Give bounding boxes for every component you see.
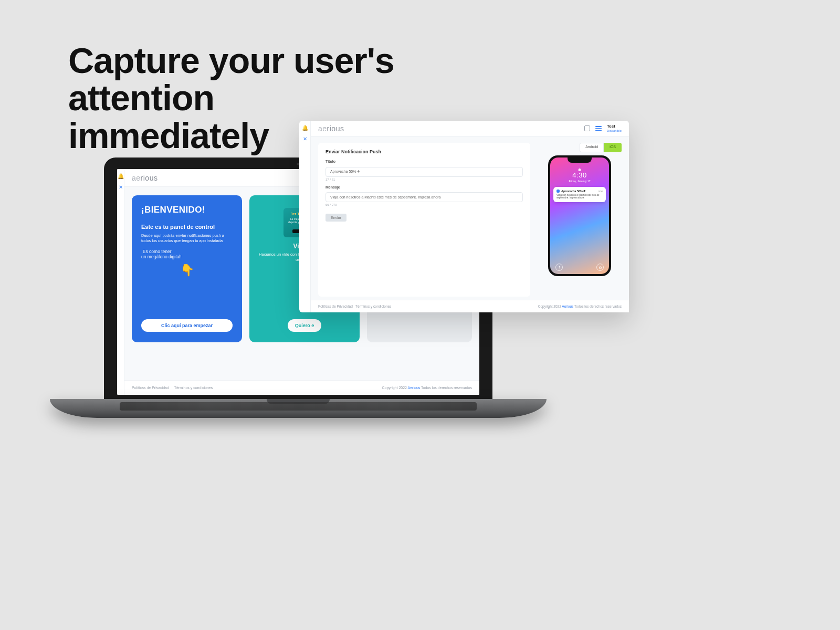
welcome-body: Desde aquí podrás enviar notificaciones … <box>141 233 233 244</box>
expand-icon[interactable] <box>584 125 590 131</box>
phone-preview: 4:30 Friday, January 17 Aprovecha 50% ✈ … <box>548 155 611 276</box>
welcome-title: ¡BIENVENIDO! <box>141 205 233 215</box>
message-input[interactable] <box>326 192 523 202</box>
video-cta-button[interactable]: Quiero e <box>288 319 322 332</box>
close-icon[interactable]: ✕ <box>303 136 307 142</box>
preview-column: Android iOS 4:30 Friday, January 17 Apro… <box>538 143 622 297</box>
phone-date: Friday, January 17 <box>550 180 609 183</box>
camera-icon <box>596 264 604 271</box>
push-topbar: aerious Test Disponible <box>311 121 629 136</box>
start-button[interactable]: Clic aquí para empezar <box>141 319 233 332</box>
brand-logo: aerious <box>132 174 158 182</box>
form-section-title: Enviar Notificacion Push <box>326 149 523 154</box>
title-input[interactable] <box>326 167 523 177</box>
push-sidebar: 🔔 ✕ <box>299 121 311 312</box>
push-editor-window: 🔔 ✕ aerious Test Disponible Enviar Notif… <box>299 121 629 312</box>
welcome-tagline: ¡Es como tener un megáfono digital! <box>141 249 233 259</box>
message-label: Mensaje <box>326 185 523 189</box>
lock-icon <box>578 165 582 170</box>
welcome-card: ¡BIENVENIDO! Este es tu panel de control… <box>132 195 242 342</box>
title-counter: 17 / 81 <box>326 178 523 181</box>
bell-icon[interactable]: 🔔 <box>118 173 124 179</box>
flashlight-icon <box>555 264 563 271</box>
close-icon[interactable]: ✕ <box>119 184 123 190</box>
brand-logo: aerious <box>318 124 344 133</box>
terms-link[interactable]: Términos y condiciones <box>174 386 213 390</box>
title-label: Titulo <box>326 160 523 163</box>
tab-android[interactable]: Android <box>580 143 604 152</box>
message-counter: 66 / 270 <box>326 203 523 206</box>
dashboard-footer: Políticas de Privacidad Términos y condi… <box>124 380 479 395</box>
bell-icon[interactable]: 🔔 <box>302 125 308 131</box>
pointing-hand-icon: 👇 <box>180 264 194 277</box>
terms-link[interactable]: Términos y condiciones <box>355 304 391 308</box>
send-button[interactable]: Enviar <box>326 214 346 222</box>
phone-time: 4:30 <box>550 171 609 179</box>
privacy-link[interactable]: Políticas de Privacidad <box>132 386 169 390</box>
welcome-subtitle: Este es tu panel de control <box>141 224 233 230</box>
footer-brand-link[interactable]: Aerious <box>408 386 421 390</box>
push-footer: Políticas de Privacidad Términos y condi… <box>311 300 629 312</box>
menu-icon[interactable] <box>595 126 602 131</box>
privacy-link[interactable]: Políticas de Privacidad <box>318 304 353 308</box>
footer-brand-link[interactable]: Aerious <box>562 304 573 308</box>
tab-ios[interactable]: iOS <box>604 143 622 152</box>
notification-preview: Aprovecha 50% ✈ now Viaja con nosotros a… <box>553 187 606 202</box>
app-icon <box>556 190 560 193</box>
user-menu[interactable]: Test Disponible <box>607 124 622 132</box>
dashboard-sidebar: 🔔 ✕ <box>117 169 124 395</box>
push-form: Enviar Notificacion Push Titulo 17 / 81 … <box>318 143 530 297</box>
